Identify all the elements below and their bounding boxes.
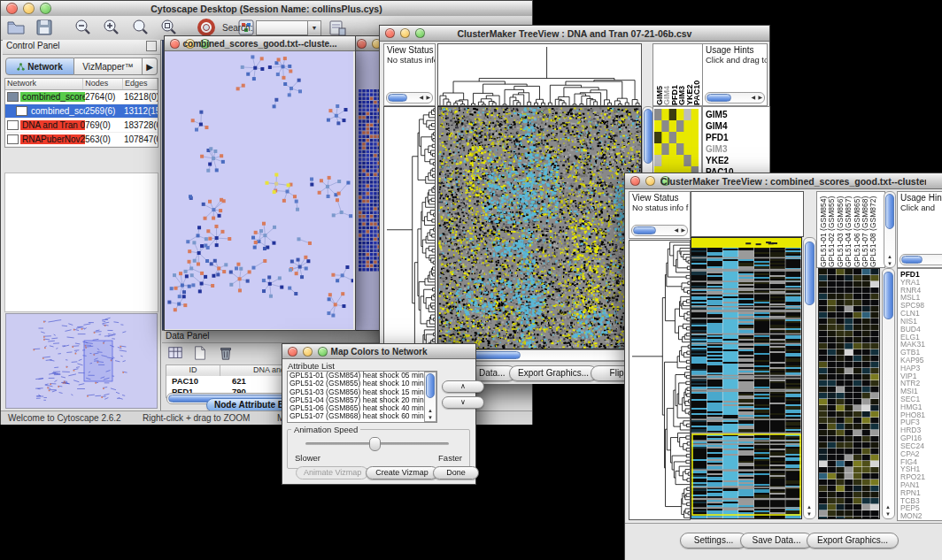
network-tree-empty-area: [4, 173, 158, 312]
done-button[interactable]: Done: [433, 466, 479, 479]
tv1-gene-label: GIM5: [706, 109, 769, 120]
tv1-view-status-scrollbar[interactable]: ◀▶: [386, 92, 433, 104]
network-name-label: combined_scores: [20, 92, 85, 102]
tv2-gene-label: PHO81: [900, 411, 942, 419]
zoom-out-icon[interactable]: [73, 18, 93, 37]
save-icon[interactable]: [35, 18, 54, 37]
tab-label: ▶: [146, 62, 153, 72]
map-dialog-titlebar[interactable]: Map Colors to Network: [282, 344, 475, 359]
tv2-save-data-button[interactable]: Save Data...: [740, 533, 813, 548]
tab-network[interactable]: Network: [5, 58, 74, 75]
document-icon: [7, 120, 19, 130]
tv1-row-dendrogram[interactable]: [383, 106, 436, 359]
tv2-column-labels: GPL51-01 (GSM854)GPL51-02 (GSM855)GPL51-…: [816, 191, 885, 268]
tv2-column-label: GPL51-01 (GSM854): [819, 195, 827, 267]
move-up-button[interactable]: ∧: [442, 380, 484, 393]
tv2-gene-label: VIP1: [900, 372, 942, 380]
tv2-gene-label: GPI16: [900, 434, 942, 442]
network-overview-minimap[interactable]: [5, 313, 158, 409]
network-row[interactable]: RNAPuberNov2+563(0)107847(0): [5, 133, 158, 147]
tv1-gene-label: PFD1: [706, 132, 769, 143]
zoom-in-icon[interactable]: [102, 18, 121, 37]
tv2-gene-label: HRD3: [900, 426, 942, 434]
treeview1-titlebar[interactable]: ClusterMaker TreeView : DNA and Tran 07-…: [380, 26, 769, 42]
network-nodes-value: 769(0): [85, 120, 124, 130]
network-window: combined_scores_good.txt--cluste...: [164, 35, 356, 331]
network-nodes-value: 563(0): [85, 134, 124, 144]
tv2-gene-list[interactable]: PFD1YRA1RNR4MSL1SPC98CLN1NIS1BUD4ELG1MAK…: [897, 268, 942, 521]
tv2-gene-label: MSL1: [900, 294, 942, 302]
tv2-heatmap[interactable]: [691, 237, 802, 519]
tv2-gene-label: HAP3: [900, 364, 942, 372]
new-document-icon[interactable]: [192, 345, 208, 361]
data-col-id[interactable]: ID: [166, 365, 220, 376]
tv1-usage-hints-panel: Usage Hints Click and drag to ◀▶: [702, 43, 768, 106]
network-edges-value: 107847(0): [124, 134, 158, 144]
tv2-gene-label: FIG4: [900, 458, 942, 466]
treeview2-titlebar[interactable]: ClusterMaker TreeView : combined_scores_…: [625, 173, 942, 189]
tv2-gene-label: RPN1: [900, 489, 942, 497]
tv2-gene-label: SEC24: [900, 442, 942, 450]
network-table-header: NetworkNodesEdges: [5, 79, 158, 90]
tv1-usage-hints-scrollbar[interactable]: ◀▶: [705, 92, 765, 104]
attribute-list-scrollbar[interactable]: ▲▼: [424, 372, 436, 422]
network-row[interactable]: combined_scores2764(0)16218(0): [5, 90, 158, 104]
tv2-view-status-scrollbar[interactable]: ◀▶: [631, 225, 688, 236]
zoom-fit-icon[interactable]: [131, 18, 151, 37]
open-folder-icon[interactable]: [6, 18, 26, 37]
network-col-header[interactable]: Edges: [123, 79, 158, 89]
tv2-gene-label: MON2: [900, 512, 942, 520]
network-row[interactable]: DNA and Tran 07769(0)183728(0): [5, 119, 158, 133]
tv2-export-graphics-button[interactable]: Export Graphics...: [807, 533, 899, 548]
faster-label: Faster: [438, 453, 462, 463]
tab-vizmapper[interactable]: VizMapper™: [74, 58, 143, 75]
trash-icon[interactable]: [218, 345, 234, 361]
tv2-gene-label: CPA2: [900, 450, 942, 458]
tv1-view-status-panel: View Status No status info f ◀▶: [383, 43, 436, 106]
tv2-column-label: GPL51-03 (GSM856): [836, 195, 844, 267]
zoom-selected-icon[interactable]: [159, 18, 179, 37]
data-row-id: PAC10: [166, 376, 225, 387]
tv1-column-dendrogram[interactable]: [437, 43, 642, 106]
tv2-settings-button[interactable]: Settings...: [680, 533, 747, 548]
tv1-detail-matrix[interactable]: [654, 109, 699, 178]
tv2-heatmap-v-scrollbar[interactable]: ▲▼: [803, 237, 816, 519]
attribute-list[interactable]: GPL51-01 (GSM854) heat shock 05 minGPL51…: [287, 371, 437, 423]
tab-[interactable]: ▶: [143, 58, 158, 75]
tv2-usage-hints-scrollbar[interactable]: [900, 254, 942, 265]
float-panel-icon[interactable]: [146, 41, 157, 51]
network-row[interactable]: combined_sco2569(6)13112(15): [5, 104, 158, 119]
help-lifering-icon[interactable]: [197, 18, 216, 37]
tv1-view-status-text: No status info f: [384, 55, 435, 65]
tv2-detail-heatmap[interactable]: [818, 268, 880, 519]
tv2-column-labels-scrollbar[interactable]: ▲▼: [884, 191, 896, 268]
table-icon[interactable]: [167, 345, 183, 361]
treeview2-window: ClusterMaker TreeView : combined_scores_…: [624, 173, 942, 560]
network-window-titlebar[interactable]: combined_scores_good.txt--cluste...: [165, 36, 355, 51]
network-nodes-value: 2764(0): [85, 92, 124, 102]
network-name-label: combined_sco: [29, 106, 85, 116]
close-icon[interactable]: [357, 39, 367, 49]
network-view-canvas[interactable]: [165, 51, 353, 329]
attribute-list-item[interactable]: GPL51-07 (GSM868) heat shock 60 min: [288, 412, 436, 420]
minimize-icon[interactable]: [645, 176, 655, 186]
network-col-header[interactable]: Network: [5, 79, 83, 89]
tv1-view-status-title: View Status: [384, 44, 435, 55]
main-titlebar[interactable]: Cytoscape Desktop (Session Name: collins…: [1, 1, 532, 17]
tv2-row-dendrogram[interactable]: [629, 240, 691, 520]
tv2-gene-label: TCB3: [900, 497, 942, 505]
tv1-heatmap[interactable]: [437, 106, 642, 349]
tv2-gene-label: NTR2: [900, 380, 942, 387]
tv2-gene-label: NIS1: [900, 318, 942, 326]
animation-speed-slider-thumb[interactable]: [369, 437, 381, 451]
tv1-gene-label: GIM3: [706, 143, 769, 155]
tv1-detail-column-label: GIM3: [677, 50, 684, 105]
create-vizmap-button[interactable]: Create Vizmap: [366, 466, 438, 479]
network-col-header[interactable]: Nodes: [83, 79, 123, 89]
tv1-export-graphics-button[interactable]: Export Graphics...: [509, 365, 598, 381]
move-down-button[interactable]: ∨: [442, 396, 484, 409]
search-input[interactable]: [256, 20, 309, 35]
tv2-detail-v-scrollbar[interactable]: ▲▼: [882, 268, 895, 519]
tv1-gene-label: YKE2: [706, 155, 769, 166]
close-icon[interactable]: [630, 176, 640, 186]
